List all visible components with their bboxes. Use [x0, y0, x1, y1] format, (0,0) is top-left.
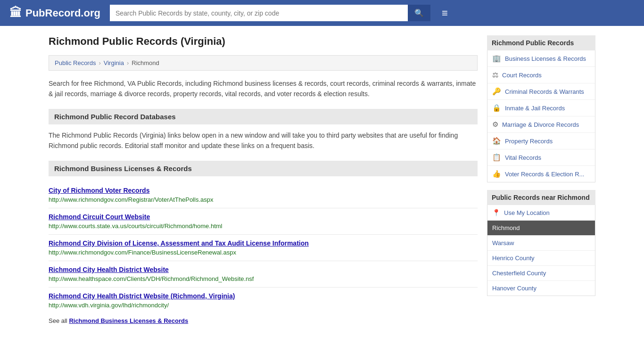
record-title-4[interactable]: Richmond City Health District Website (R…: [49, 292, 235, 300]
sidebar-link-label-6: Vital Records: [505, 154, 541, 161]
records-list: City of Richmond Voter Records http://ww…: [49, 182, 478, 313]
nearby-label-4: Chesterfield County: [492, 270, 546, 277]
nearby-item-2[interactable]: Warsaw: [487, 236, 595, 251]
sidebar-link-label-1: Court Records: [502, 72, 542, 79]
logo-area[interactable]: 🏛 PubRecord.org: [9, 6, 100, 20]
sidebar-link-icon-0: 🏢: [492, 54, 501, 63]
logo-icon: 🏛: [9, 6, 22, 20]
search-input[interactable]: [110, 5, 408, 21]
search-container: 🔍: [110, 5, 430, 21]
nearby-label-5: Hanover County: [492, 285, 537, 292]
see-all-link[interactable]: Richmond Business Licenses & Records: [69, 317, 188, 324]
page-description: Search for free Richmond, VA Public Reco…: [49, 78, 478, 99]
breadcrumb-richmond: Richmond: [132, 59, 159, 66]
sidebar-link-icon-2: 🔑: [492, 87, 501, 96]
search-icon: 🔍: [414, 9, 424, 17]
sidebar-link-icon-3: 🔒: [492, 104, 501, 112]
search-button[interactable]: 🔍: [408, 5, 430, 21]
nearby-item-4[interactable]: Chesterfield County: [487, 266, 595, 281]
nearby-label-1: Richmond: [492, 224, 520, 231]
sidebar-link-7[interactable]: 👍Voter Records & Election R...: [487, 166, 595, 182]
record-url-1[interactable]: http://www.courts.state.va.us/courts/cir…: [49, 222, 222, 230]
see-all-text: See all: [49, 317, 67, 324]
record-entry: Richmond City Division of License, Asses…: [49, 235, 478, 261]
sidebar-link-icon-4: ⚙: [492, 120, 498, 129]
menu-button[interactable]: ≡: [442, 7, 448, 19]
nearby-item-5[interactable]: Hanover County: [487, 281, 595, 296]
record-entry: Richmond City Health District Website (R…: [49, 288, 478, 313]
record-title-1[interactable]: Richmond Circuit Court Website: [49, 213, 150, 221]
header: 🏛 PubRecord.org 🔍 ≡: [0, 0, 644, 26]
see-all: See all Richmond Business Licenses & Rec…: [49, 317, 478, 324]
sidebar-link-4[interactable]: ⚙Marriage & Divorce Records: [487, 116, 595, 133]
sidebar-link-label-4: Marriage & Divorce Records: [502, 121, 579, 128]
record-url-4[interactable]: http://www.vdh.virginia.gov/lhd/richmond…: [49, 302, 169, 309]
breadcrumb-sep-2: ›: [127, 59, 129, 66]
databases-description: The Richmond Public Records (Virginia) l…: [49, 130, 478, 151]
sidebar-links: 🏢Business Licenses & Records⚖Court Recor…: [487, 50, 595, 182]
sidebar-link-0[interactable]: 🏢Business Licenses & Records: [487, 50, 595, 67]
sidebar-records-title: Richmond Public Records: [487, 35, 595, 50]
record-entry: Richmond City Health District Website ht…: [49, 261, 478, 288]
nearby-icon-0: 📍: [492, 209, 500, 216]
sidebar-link-icon-5: 🏠: [492, 137, 501, 145]
breadcrumb-sep-1: ›: [99, 59, 100, 66]
sidebar-link-label-3: Inmate & Jail Records: [505, 105, 565, 112]
nearby-section-title: Public Records near Richmond: [487, 190, 595, 205]
sidebar-link-3[interactable]: 🔒Inmate & Jail Records: [487, 100, 595, 116]
sidebar-link-5[interactable]: 🏠Property Records: [487, 133, 595, 149]
nearby-links: 📍Use My LocationRichmondWarsawHenrico Co…: [487, 205, 595, 296]
record-entry: Richmond Circuit Court Website http://ww…: [49, 208, 478, 235]
business-section-header: Richmond Business Licenses & Records: [49, 161, 478, 176]
breadcrumb: Public Records › Virginia › Richmond: [49, 55, 478, 71]
sidebar-link-2[interactable]: 🔑Criminal Records & Warrants: [487, 83, 595, 100]
breadcrumb-virginia[interactable]: Virginia: [104, 59, 124, 66]
sidebar-link-label-7: Voter Records & Election R...: [505, 171, 584, 178]
page-title: Richmond Public Records (Virginia): [49, 35, 478, 48]
nearby-item-3[interactable]: Henrico County: [487, 251, 595, 266]
sidebar-link-label-0: Business Licenses & Records: [505, 55, 586, 62]
sidebar-link-icon-1: ⚖: [492, 71, 498, 79]
nearby-label-2: Warsaw: [492, 239, 514, 247]
databases-section-header: Richmond Public Record Databases: [49, 109, 478, 124]
breadcrumb-public-records[interactable]: Public Records: [55, 59, 96, 66]
content: Richmond Public Records (Virginia) Publi…: [49, 35, 478, 324]
nearby-item-1[interactable]: Richmond: [487, 221, 595, 236]
record-url-0[interactable]: http://www.richmondgov.com/Registrar/Vot…: [49, 196, 213, 203]
nearby-item-0[interactable]: 📍Use My Location: [487, 205, 595, 221]
sidebar: Richmond Public Records 🏢Business Licens…: [487, 35, 595, 324]
record-entry: City of Richmond Voter Records http://ww…: [49, 182, 478, 208]
record-title-3[interactable]: Richmond City Health District Website: [49, 266, 169, 273]
record-title-2[interactable]: Richmond City Division of License, Asses…: [49, 239, 309, 247]
record-title-0[interactable]: City of Richmond Voter Records: [49, 187, 149, 194]
sidebar-link-icon-6: 📋: [492, 153, 501, 162]
main-wrapper: Richmond Public Records (Virginia) Publi…: [39, 26, 605, 334]
sidebar-link-label-5: Property Records: [505, 138, 553, 145]
sidebar-link-6[interactable]: 📋Vital Records: [487, 149, 595, 166]
record-url-3[interactable]: http://www.healthspace.com/Clients/VDH/R…: [49, 275, 254, 282]
sidebar-link-icon-7: 👍: [492, 170, 501, 178]
sidebar-link-label-2: Criminal Records & Warrants: [505, 88, 584, 95]
record-url-2[interactable]: http://www.richmondgov.com/Finance/Busin…: [49, 249, 236, 256]
nearby-label-0: Use My Location: [504, 209, 550, 216]
logo-text: PubRecord.org: [25, 7, 100, 19]
sidebar-link-1[interactable]: ⚖Court Records: [487, 67, 595, 83]
nearby-label-3: Henrico County: [492, 255, 535, 262]
